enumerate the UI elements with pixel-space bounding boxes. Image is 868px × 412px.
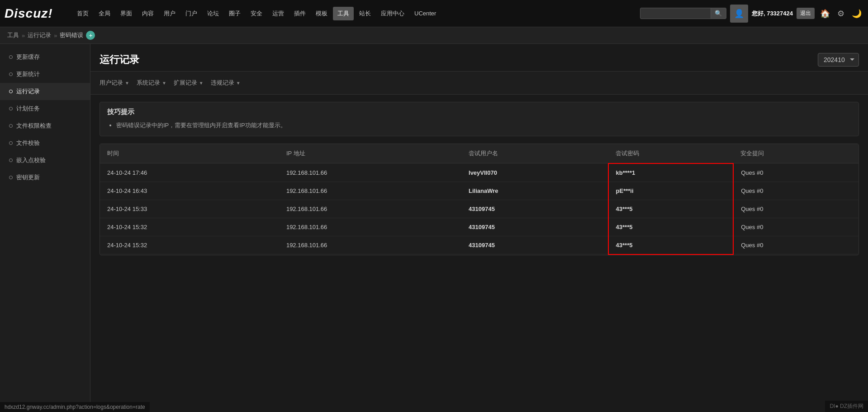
chevron-down-icon: ▼ — [236, 81, 241, 86]
add-button[interactable]: + — [86, 31, 95, 40]
sub-nav-item-违规记录[interactable]: 违规记录 ▼ — [211, 77, 241, 89]
chevron-down-icon: ▼ — [162, 81, 166, 86]
logo-text: Discuz! — [5, 6, 53, 20]
topbar: Discuz! 首页全局界面内容用户门户论坛圈子安全运营插件模板工具站长应用中心… — [0, 0, 868, 27]
cell-username: 43109745 — [461, 236, 608, 254]
sub-nav-item-扩展记录[interactable]: 扩展记录 ▼ — [174, 77, 204, 89]
sidebar-item-更新统计[interactable]: 更新统计 — [0, 66, 90, 83]
sidebar-dot — [9, 176, 13, 179]
col-header-4: 安全提问 — [733, 144, 859, 163]
sidebar-label: 文件权限检查 — [16, 122, 52, 130]
nav-item-论坛[interactable]: 论坛 — [203, 7, 223, 20]
nav-item-门户[interactable]: 门户 — [181, 7, 202, 20]
nav-item-模板[interactable]: 模板 — [311, 7, 332, 20]
col-header-2: 尝试用户名 — [461, 144, 608, 163]
cell-password: 43***5 — [608, 236, 734, 254]
tips-item: 密码错误记录中的IP，需要在管理组内开启查看IP功能才能显示。 — [116, 121, 851, 130]
nav-item-用户[interactable]: 用户 — [159, 7, 180, 20]
sidebar-item-密钥更新[interactable]: 密钥更新 — [0, 169, 90, 186]
nav-item-运营[interactable]: 运营 — [268, 7, 289, 20]
table-row: 24-10-24 16:43192.168.101.66LilianaWrepE… — [100, 182, 859, 200]
nav-item-站长[interactable]: 站长 — [355, 7, 375, 20]
status-bar: hdxzd12.gnway.cc/admin.php?action=logs&o… — [0, 402, 150, 412]
sidebar-label: 更新统计 — [16, 70, 40, 78]
col-header-0: 时间 — [100, 144, 279, 163]
bottom-brand: DI● DZ插件网 — [825, 401, 868, 412]
cell-username: LilianaWre — [461, 182, 608, 200]
breadcrumb-bar: 工具 » 运行记录 » 密码错误 + — [0, 27, 868, 44]
cell-4: Ques #0 — [733, 182, 859, 200]
cell-username: IveyVII070 — [461, 163, 608, 182]
cell-0: 24-10-24 15:32 — [100, 236, 279, 254]
nav-item-首页[interactable]: 首页 — [72, 7, 93, 20]
page-header: 运行记录 202410202409202408202407 — [90, 44, 868, 72]
cell-1: 192.168.101.66 — [279, 200, 461, 218]
cell-username: 43109745 — [461, 200, 608, 218]
sidebar-item-更新缓存[interactable]: 更新缓存 — [0, 48, 90, 66]
tips-title: 技巧提示 — [107, 108, 851, 116]
sidebar-label: 嵌入点校验 — [16, 156, 46, 164]
table-header-row: 时间IP 地址尝试用户名尝试密码安全提问 — [100, 144, 859, 163]
nav-item-UCenter[interactable]: UCenter — [410, 7, 441, 19]
table-row: 24-10-24 15:32192.168.101.664310974543**… — [100, 218, 859, 236]
cell-1: 192.168.101.66 — [279, 218, 461, 236]
sub-nav-item-用户记录[interactable]: 用户记录 ▼ — [100, 77, 129, 89]
topbar-right: 🔍 👤 您好, 73327424 退出 🏠 ⚙ 🌙 — [640, 5, 863, 23]
breadcrumb-sep-2: » — [54, 32, 57, 39]
search-area: 🔍 — [640, 8, 726, 19]
avatar: 👤 — [730, 5, 748, 23]
breadcrumb-logs[interactable]: 运行记录 — [28, 31, 51, 39]
table-header: 时间IP 地址尝试用户名尝试密码安全提问 — [100, 144, 859, 163]
nav-item-应用中心[interactable]: 应用中心 — [376, 7, 409, 20]
sidebar-label: 文件校验 — [16, 139, 40, 147]
main-nav: 首页全局界面内容用户门户论坛圈子安全运营插件模板工具站长应用中心UCenter — [72, 7, 640, 20]
table-row: 24-10-24 15:32192.168.101.664310974543**… — [100, 236, 859, 254]
sub-nav-item-系统记录[interactable]: 系统记录 ▼ — [137, 77, 166, 89]
cell-1: 192.168.101.66 — [279, 236, 461, 254]
nav-item-圈子[interactable]: 圈子 — [224, 7, 245, 20]
sidebar-dot — [9, 107, 13, 110]
page-title: 运行记录 — [100, 53, 139, 67]
nav-item-插件[interactable]: 插件 — [289, 7, 310, 20]
search-button[interactable]: 🔍 — [711, 8, 726, 19]
tips-list: 密码错误记录中的IP，需要在管理组内开启查看IP功能才能显示。 — [107, 121, 851, 130]
cell-1: 192.168.101.66 — [279, 163, 461, 182]
sidebar-item-文件校验[interactable]: 文件校验 — [0, 134, 90, 152]
tips-section: 技巧提示 密码错误记录中的IP，需要在管理组内开启查看IP功能才能显示。 — [100, 102, 859, 136]
sidebar-item-计划任务[interactable]: 计划任务 — [0, 100, 90, 117]
sidebar-item-运行记录[interactable]: 运行记录 — [0, 83, 90, 100]
sidebar-item-嵌入点校验[interactable]: 嵌入点校验 — [0, 152, 90, 169]
settings-icon[interactable]: ⚙ — [835, 7, 846, 20]
nav-item-内容[interactable]: 内容 — [138, 7, 158, 20]
nav-item-安全[interactable]: 安全 — [246, 7, 267, 20]
col-header-3: 尝试密码 — [608, 144, 734, 163]
theme-icon[interactable]: 🌙 — [850, 7, 863, 20]
sidebar-label: 密钥更新 — [16, 173, 40, 182]
cell-4: Ques #0 — [733, 163, 859, 182]
cell-4: Ques #0 — [733, 218, 859, 236]
search-input[interactable] — [640, 8, 712, 19]
nav-item-界面[interactable]: 界面 — [116, 7, 137, 20]
cell-1: 192.168.101.66 — [279, 182, 461, 200]
breadcrumb-current: 密码错误 — [60, 31, 83, 39]
col-header-1: IP 地址 — [279, 144, 461, 163]
sidebar-dot — [9, 124, 13, 128]
cell-4: Ques #0 — [733, 236, 859, 254]
month-select[interactable]: 202410202409202408202407 — [818, 53, 859, 67]
sidebar-item-文件权限检查[interactable]: 文件权限检查 — [0, 117, 90, 134]
logout-button[interactable]: 退出 — [797, 8, 815, 19]
cell-password: kb****1 — [608, 163, 734, 182]
table-container: 时间IP 地址尝试用户名尝试密码安全提问 24-10-24 17:46192.1… — [100, 144, 859, 255]
sidebar-label: 计划任务 — [16, 105, 40, 113]
breadcrumb-tools[interactable]: 工具 — [7, 31, 19, 39]
nav-item-工具[interactable]: 工具 — [333, 7, 354, 20]
cell-password: pE***ii — [608, 182, 734, 200]
user-info: 您好, 73327424 — [752, 10, 793, 18]
cell-password: 43***5 — [608, 200, 734, 218]
cell-4: Ques #0 — [733, 200, 859, 218]
home-icon[interactable]: 🏠 — [818, 7, 832, 20]
cell-username: 43109745 — [461, 218, 608, 236]
nav-item-全局[interactable]: 全局 — [94, 7, 115, 20]
cell-password: 43***5 — [608, 218, 734, 236]
brand-text: DI● DZ插件网 — [830, 402, 863, 410]
